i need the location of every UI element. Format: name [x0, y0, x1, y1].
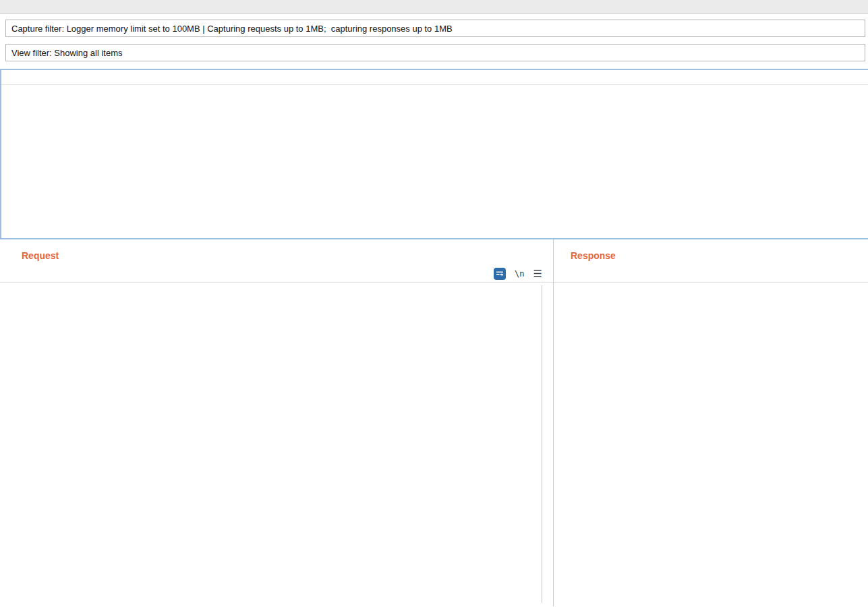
- editor-menu-icon[interactable]: ☰: [533, 268, 542, 280]
- logger-table: [0, 69, 868, 239]
- request-toolbar: \n ☰: [494, 268, 542, 280]
- capture-filter-text: Capture filter: Logger memory limit set …: [11, 24, 453, 34]
- view-filter-text: View filter: Showing all items: [11, 48, 123, 58]
- response-panel: Response: [553, 239, 868, 606]
- request-panel: Request \n ☰: [0, 239, 553, 606]
- message-editors: Request \n ☰ Response: [0, 239, 868, 606]
- logger-table-body[interactable]: [1, 85, 868, 238]
- capture-filter-bar[interactable]: Capture filter: Logger memory limit set …: [5, 20, 865, 37]
- request-editor[interactable]: [5, 285, 542, 603]
- menu-bar: [0, 0, 868, 14]
- response-editor[interactable]: [560, 285, 868, 603]
- word-wrap-icon[interactable]: [494, 268, 506, 280]
- request-tabbar: \n ☰: [0, 268, 553, 283]
- request-title: Request: [22, 250, 553, 261]
- view-filter-bar[interactable]: View filter: Showing all items: [5, 44, 865, 61]
- newline-display-icon[interactable]: \n: [515, 269, 524, 279]
- response-tabbar: [554, 268, 868, 283]
- logger-table-header: [1, 70, 868, 85]
- response-title: Response: [571, 250, 868, 261]
